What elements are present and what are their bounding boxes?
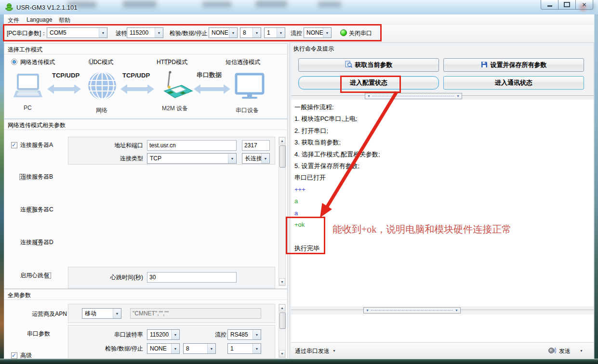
desktop-blur-blob: [318, 1, 341, 7]
window-border-bottom: [0, 359, 598, 364]
link1-label: TCP/UDP: [52, 72, 80, 79]
stopbits-select[interactable]: 1: [264, 27, 285, 38]
chevron-down-icon: [261, 154, 269, 163]
splitter-dots: [372, 96, 454, 96]
serial-baud-select[interactable]: 115200: [147, 329, 180, 340]
enter-config-button[interactable]: 进入配置状态: [298, 76, 439, 90]
log-line: 2. 打开串口;: [294, 125, 380, 137]
menu-help[interactable]: 帮助: [59, 16, 70, 25]
close-button[interactable]: ✕: [575, 0, 593, 10]
flow-select[interactable]: NONE: [304, 27, 332, 38]
desktop-blur-blob: [255, 0, 287, 7]
radio-sms-label[interactable]: 短信透传模式: [226, 58, 260, 66]
conn-type-label: 连接类型: [68, 155, 143, 163]
log-line: +++: [294, 184, 380, 195]
arrow-left-right-icon: [120, 83, 155, 97]
log-line: 执行完毕: [294, 243, 380, 254]
pc-label: PC: [24, 104, 32, 111]
scroll-thumb[interactable]: [279, 145, 286, 168]
baud-select[interactable]: 115200: [127, 27, 163, 38]
radio-net-transparent[interactable]: [11, 59, 17, 65]
chevron-down-icon[interactable]: ▼: [580, 349, 583, 352]
get-params-label: 获取当前参数: [355, 61, 393, 69]
server-b-label[interactable]: 连接服务器B: [20, 173, 53, 181]
get-params-button[interactable]: 获取当前参数: [298, 58, 439, 72]
heartbeat-time-input[interactable]: [147, 272, 237, 283]
save-params-button[interactable]: 设置并保存所有参数: [443, 58, 584, 72]
com-port-select[interactable]: COM5: [47, 27, 107, 38]
chevron-down-icon: [277, 28, 285, 38]
chevron-down-icon: [99, 28, 107, 38]
enter-comm-button[interactable]: 进入通讯状态: [443, 76, 584, 90]
scroll-up-button[interactable]: [279, 137, 285, 144]
port-open-led-icon: [340, 29, 347, 36]
send-button[interactable]: 发送: [559, 347, 571, 355]
save-params-label: 设置并保存所有参数: [491, 61, 547, 69]
serial-device-monitor-icon: [235, 73, 265, 102]
enter-config-label: 进入配置状态: [350, 78, 387, 87]
serial-params-panel: 串口波特率 115200 流控 RS485 检验/数据/停止 NONE 8 1: [68, 325, 275, 359]
global-params-scrollbar[interactable]: [279, 304, 286, 358]
radio-httpd-label[interactable]: HTTPD模式: [157, 58, 187, 66]
splitter-handle[interactable]: ▼ ▼: [363, 307, 461, 313]
chevron-down-icon: [323, 28, 331, 38]
scroll-up-button[interactable]: [279, 304, 285, 312]
maximize-icon: [564, 2, 570, 7]
close-port-button[interactable]: 关闭串口: [349, 29, 372, 38]
log-line: 5. 设置并保存所有参数;: [294, 160, 380, 172]
scroll-thumb[interactable]: [279, 312, 286, 329]
send-text-area[interactable]: [291, 314, 594, 342]
scroll-down-button[interactable]: [279, 278, 285, 286]
minimize-icon: [547, 5, 552, 7]
apn-value-input: [130, 308, 261, 319]
link3-label: 串口数据: [197, 71, 222, 79]
chevron-down-icon: [228, 154, 236, 163]
server-d-label[interactable]: 连接服务器D: [20, 238, 53, 247]
server-a-port-input[interactable]: [242, 140, 270, 151]
network-label: 网络: [96, 106, 107, 115]
server-a-checkbox[interactable]: [11, 142, 17, 148]
chevron-down-icon: [207, 344, 215, 353]
chevron-down-icon: ▼: [366, 309, 369, 312]
radio-net-transparent-label[interactable]: 网络透传模式: [20, 58, 55, 66]
minimize-button[interactable]: [541, 0, 558, 10]
scroll-down-button[interactable]: [279, 350, 285, 357]
maximize-button[interactable]: [558, 0, 576, 10]
divider: [4, 54, 287, 54]
databits-select[interactable]: 8: [240, 27, 261, 38]
exec-panel-title: 执行命令及提示: [293, 45, 334, 53]
serial-parity-select[interactable]: NONE: [147, 343, 180, 354]
advanced-checkbox[interactable]: [11, 352, 17, 359]
heartbeat-label[interactable]: 启用心跳包: [20, 272, 49, 280]
heartbeat-time-label: 心跳时间(秒): [68, 273, 143, 282]
server-a-address-input[interactable]: [147, 140, 237, 151]
server-a-label[interactable]: 连接服务器A: [20, 141, 53, 149]
serial-flow-select[interactable]: RS485: [227, 329, 261, 340]
title-bar[interactable]: USR-GM3 V1.2.1.101 ✕: [0, 0, 598, 15]
server-c-label[interactable]: 连接服务器C: [20, 206, 53, 214]
annotation-text: 能收到+ok，说明电脑和模块硬件连接正常: [332, 223, 511, 236]
heartbeat-panel: 心跳时间(秒): [68, 267, 275, 288]
radio-udc-label[interactable]: UDC模式: [89, 58, 113, 66]
chevron-down-icon: [229, 28, 237, 38]
chevron-down-icon: ▼: [456, 94, 460, 98]
splitter-handle[interactable]: ▼ ▼: [365, 93, 462, 99]
conn-mode-select[interactable]: 长连接: [242, 153, 270, 164]
net-params-scrollbar[interactable]: [279, 137, 286, 286]
serial-params-label: 串口参数: [27, 330, 50, 338]
serial-databits-select[interactable]: 8: [183, 343, 216, 354]
menu-language[interactable]: Language: [27, 16, 52, 23]
app-icon: [5, 3, 13, 13]
network-globe-icon: [87, 71, 117, 103]
chevron-down-icon[interactable]: ▼: [332, 349, 336, 352]
serial-toolbar: [PC串口参数]：串口号 COM5 波特率 115200 检验/数据/停止 NO…: [4, 25, 594, 41]
chevron-down-icon: [113, 309, 121, 318]
carrier-select[interactable]: 移动: [82, 308, 121, 319]
conn-type-select[interactable]: TCP: [147, 153, 237, 164]
parity-select[interactable]: NONE: [209, 27, 238, 38]
m2m-device-icon: [158, 70, 193, 105]
send-mode-dropdown[interactable]: 通过串口发送: [295, 347, 330, 355]
chevron-down-icon: [252, 344, 261, 353]
serial-stopbits-select[interactable]: 1: [227, 343, 261, 354]
menu-file[interactable]: 文件: [8, 16, 19, 25]
